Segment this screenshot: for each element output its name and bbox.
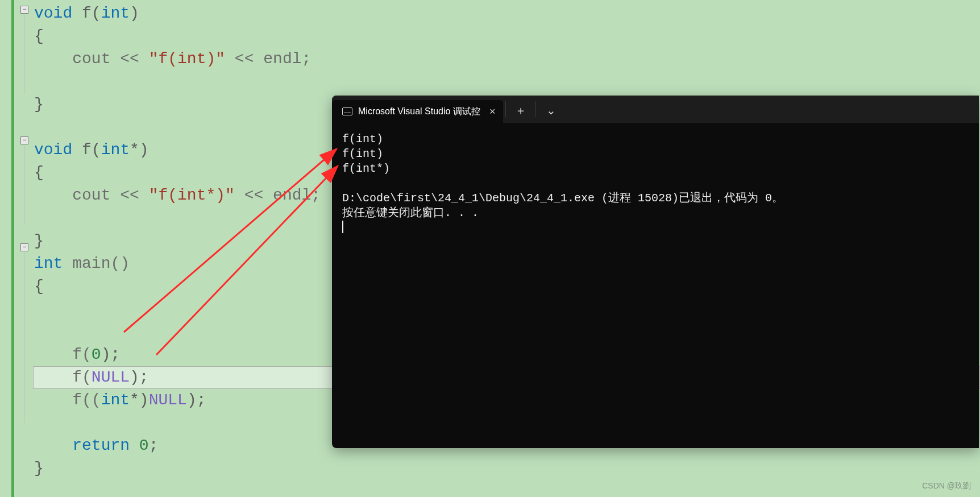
keyword: int — [101, 5, 130, 22]
fold-toggle[interactable]: − — [20, 136, 28, 144]
code-text: ) — [130, 5, 139, 22]
keyword: int — [34, 255, 63, 272]
keyword: return — [72, 437, 130, 454]
brace: } — [34, 459, 44, 477]
code-text: cout << — [72, 50, 148, 68]
code-text: cout << — [72, 187, 148, 204]
code-text: ); — [187, 391, 206, 409]
watermark: CSDN @玖劉 — [922, 481, 971, 491]
titlebar-separator — [505, 101, 506, 117]
number-literal: 0 — [92, 346, 101, 363]
code-text: << endl; — [225, 50, 311, 68]
close-icon[interactable]: × — [486, 106, 496, 118]
console-output[interactable]: f(int) f(int) f(int*) D:\code\first\24_4… — [332, 123, 979, 245]
brace: } — [34, 232, 44, 250]
output-line: f(int*) — [342, 162, 390, 175]
code-text: f(( — [72, 391, 101, 409]
output-line: D:\code\first\24_4_1\Debug\24_4_1.exe (进… — [342, 192, 783, 205]
number-literal: 0 — [139, 437, 149, 454]
null-literal: NULL — [92, 368, 130, 386]
titlebar-separator — [535, 101, 536, 117]
string-literal: "f(int*)" — [149, 187, 235, 204]
fold-toggle[interactable]: − — [20, 6, 28, 14]
code-text: ; — [149, 437, 159, 454]
fold-guide — [24, 252, 24, 423]
fold-guide — [24, 146, 24, 225]
code-text: f( — [72, 346, 92, 363]
keyword: void — [34, 5, 72, 22]
terminal-cursor — [342, 221, 343, 233]
console-tab-title: Microsoft Visual Studio 调试控 — [358, 106, 480, 118]
null-literal: NULL — [149, 391, 187, 409]
output-line: f(int) — [342, 147, 383, 160]
keyword: void — [34, 141, 72, 159]
code-text: f( — [72, 5, 101, 22]
code-text: f( — [72, 368, 92, 386]
code-text: << endl; — [235, 187, 321, 204]
debug-console-window: Microsoft Visual Studio 调试控 × ＋ ⌄ f(int)… — [332, 96, 979, 448]
console-titlebar[interactable]: Microsoft Visual Studio 调试控 × ＋ ⌄ — [332, 96, 979, 123]
tab-dropdown-button[interactable]: ⌄ — [538, 98, 563, 123]
brace: { — [34, 164, 44, 181]
string-literal: "f(int)" — [149, 50, 225, 68]
code-text: f( — [72, 141, 101, 159]
code-text: ); — [130, 368, 149, 386]
brace: { — [34, 278, 44, 295]
fold-guide — [24, 15, 24, 94]
output-line: f(int) — [342, 132, 383, 146]
keyword: int — [101, 391, 130, 409]
brace: { — [34, 27, 44, 45]
code-text: ); — [101, 346, 121, 363]
fold-toggle[interactable]: − — [20, 243, 28, 251]
code-area[interactable]: void f(int) { cout << "f(int)" << endl; … — [34, 2, 321, 480]
code-text — [130, 437, 139, 454]
keyword: int — [101, 141, 130, 159]
brace: } — [34, 96, 44, 113]
output-line: 按任意键关闭此窗口. . . — [342, 206, 479, 219]
code-text: *) — [130, 391, 149, 409]
change-margin — [11, 0, 14, 497]
terminal-icon — [342, 107, 352, 115]
code-text: main() — [63, 255, 130, 272]
new-tab-button[interactable]: ＋ — [508, 98, 533, 123]
console-tab[interactable]: Microsoft Visual Studio 调试控 × — [332, 100, 503, 123]
code-text: *) — [130, 141, 149, 159]
